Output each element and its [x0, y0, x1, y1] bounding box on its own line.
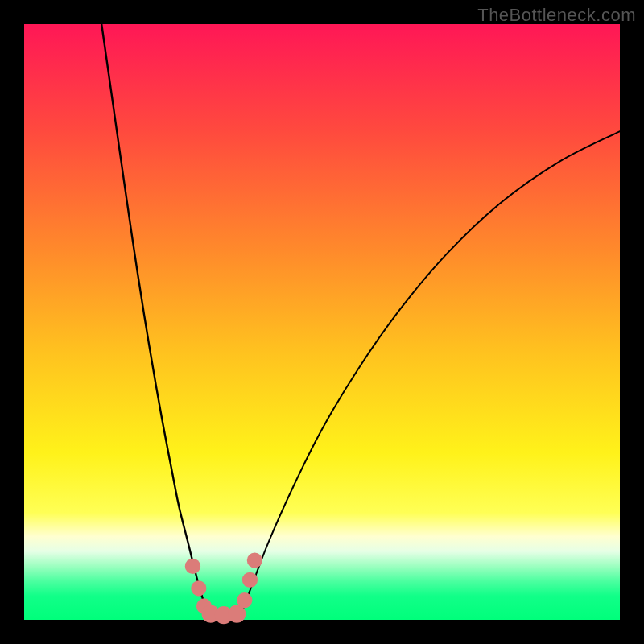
- marker-dot: [242, 572, 258, 588]
- marker-dot: [185, 559, 200, 574]
- marker-dot: [191, 580, 206, 596]
- marker-dot: [247, 552, 262, 568]
- chart-stage: TheBottleneck.com: [0, 0, 644, 644]
- marker-dot: [237, 592, 252, 608]
- watermark-text: TheBottleneck.com: [477, 5, 636, 26]
- chart-svg: [0, 0, 644, 644]
